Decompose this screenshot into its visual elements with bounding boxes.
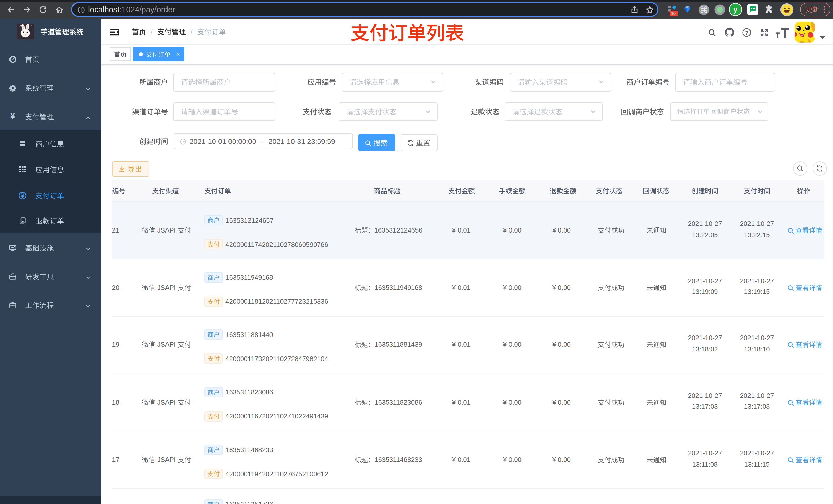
svg-text:?: ?	[745, 30, 748, 35]
svg-text:y: y	[733, 5, 738, 14]
